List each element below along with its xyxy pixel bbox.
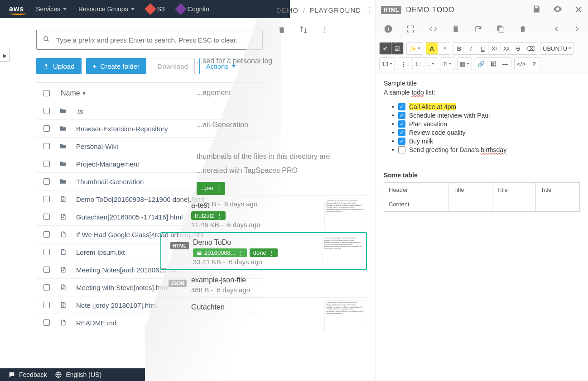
row-checkbox[interactable] [43,125,50,132]
fullscreen-icon[interactable] [406,25,414,35]
todo-item[interactable]: ✓Call Alice at 4pm [398,103,580,110]
text-style-button[interactable]: T! [440,58,454,70]
tag[interactable]: done⋮ [250,248,278,257]
more-icon[interactable]: ⋮ [321,25,330,34]
copy-icon[interactable] [496,24,505,35]
upload-icon [43,63,49,69]
erase-button[interactable]: ⌫ [524,43,537,54]
italic-button[interactable]: I [465,43,477,54]
close-icon[interactable]: ✕ [574,4,583,16]
magic-button[interactable]: ✨ [407,43,423,54]
help-button[interactable]: ? [528,58,540,70]
row-checkbox[interactable] [43,178,50,185]
select-all-checkbox[interactable] [43,90,50,96]
todo-label: Schedule interview with Paul [409,112,490,119]
todo-item[interactable]: ✓Review code quality [398,129,580,136]
upload-button[interactable]: Upload [36,58,82,74]
row-checkbox[interactable] [43,231,50,238]
prev-icon[interactable] [554,25,560,34]
editor-header: HTML DEMO TODO ✕ [376,0,588,20]
globe-icon [55,371,62,378]
row-checkbox[interactable] [43,108,50,114]
bold-button[interactable]: B [453,43,465,54]
crumb-folder[interactable]: PLAYGROUND [309,6,361,14]
highlight-button[interactable]: A [426,43,438,54]
link-button[interactable]: 🔗 [475,58,487,70]
row-checkbox[interactable] [43,319,50,326]
tag[interactable]: trutzutz⋮ [191,211,226,220]
table-cell [448,197,492,212]
align-button[interactable]: ≡ [424,58,437,70]
doc-heading: Sample title [384,80,580,87]
file-card[interactable]: GutachtenLorem ipsum dolor sit amet cons… [159,297,368,317]
create-folder-button[interactable]: + Create folder [86,58,146,74]
superscript-button[interactable]: X2 [489,43,501,54]
subscript-button[interactable]: X2 [501,43,512,54]
todo-checkbox[interactable]: ✓ [398,138,405,145]
thumbnail: Lorem ipsum dolor sit amet consectetur a… [324,199,365,230]
language-select[interactable]: English (US) [55,371,101,378]
reload-icon[interactable] [473,24,482,35]
menu-resource-groups[interactable]: Resource Groups [78,5,135,13]
code-icon[interactable] [428,25,438,35]
todo-checkbox[interactable]: ✓ [398,129,405,136]
tag[interactable]: 20160908...⋮ [193,248,247,257]
ordered-list-button[interactable]: 1≡ [413,58,424,70]
todo-item[interactable]: ✓Schedule interview with Paul [398,112,580,119]
row-checkbox[interactable] [43,143,50,149]
clipboard-icon[interactable] [452,24,460,35]
save-icon[interactable] [532,5,541,15]
row-checkbox[interactable] [43,196,50,202]
more-icon[interactable]: ⋮ [366,6,373,14]
crumb-root[interactable]: DEMO [276,6,299,14]
row-checkbox[interactable] [43,249,50,255]
row-checkbox[interactable] [43,214,50,220]
feedback-link[interactable]: Feedback [8,371,47,378]
todo-checkbox[interactable]: ✓ [398,120,405,128]
underline-button[interactable]: U [477,43,489,54]
sidebar-expand-tab[interactable]: ▸ [0,49,10,62]
file-card[interactable]: a-testtrutzutz⋮11.46 KB - 6 days agoLore… [159,195,368,232]
row-checkbox[interactable] [43,302,50,308]
editor-panel: HTML DEMO TODO ✕ ✔ ☑ ✨ A B I U [375,0,588,381]
next-icon[interactable] [574,25,580,34]
column-name[interactable]: Name▼ [61,89,87,97]
svg-point-0 [44,36,48,40]
info-icon[interactable] [384,24,393,35]
strikethrough-button[interactable]: S [512,43,524,54]
file-icon [59,230,67,238]
todo-checkbox[interactable]: ✓ [398,112,405,119]
file-name: Personal-Wiki [76,143,118,150]
highlight-dropdown[interactable] [438,43,450,54]
file-name: Lorem Ipsum.txt [76,248,125,256]
row-checkbox[interactable] [43,161,50,167]
row-checkbox[interactable] [43,284,50,291]
table-button[interactable]: ▦ [458,58,472,70]
trash-icon[interactable] [519,24,527,35]
todo-item[interactable]: ✓Plan vacation [398,120,580,128]
preview-icon[interactable] [553,4,563,16]
todo-label: Plan vacation [409,120,447,128]
unordered-list-button[interactable]: ⋮≡ [398,58,413,70]
checkbox-button[interactable]: ☑ [391,43,403,54]
editor-body[interactable]: Sample title A sample todo list: ✓Call A… [376,72,588,381]
file-card[interactable]: HTMLDemo ToDo 20160908...⋮done⋮33.41 KB … [160,232,367,270]
font-family-select[interactable]: UBUNTU [540,43,574,54]
tag[interactable]: ...per⋮ [197,182,225,195]
font-size-select[interactable]: 13 [380,58,395,70]
todo-checkbox[interactable]: ✓ [398,103,405,110]
todo-item[interactable]: Send greeting for Dana's birthsday [398,146,580,153]
todo-checkbox[interactable] [398,146,405,153]
source-button[interactable]: </> [515,58,528,70]
image-button[interactable]: 🖼 [487,58,499,70]
trash-icon[interactable] [277,25,286,34]
row-checkbox[interactable] [43,267,50,273]
hr-button[interactable]: — [499,58,511,70]
file-card[interactable]: JSONexample-json-file468 B - 6 days ago [159,270,368,297]
download-button[interactable]: Download [151,58,195,74]
todo-item[interactable]: ✓Buy milk [398,138,580,145]
checkmark-button[interactable]: ✔ [380,43,391,54]
swap-icon[interactable] [299,25,308,34]
menu-services[interactable]: Services [36,5,67,13]
todo-label: Send greeting for Dana's birthsday [409,146,506,153]
